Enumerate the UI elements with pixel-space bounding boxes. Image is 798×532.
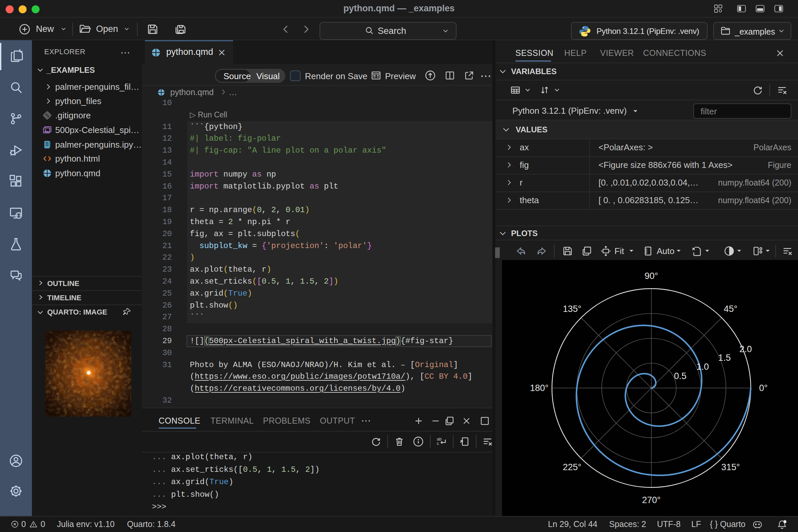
svg-text:135°: 135° <box>563 304 582 314</box>
svg-text:1.0: 1.0 <box>697 362 709 372</box>
svg-text:c: c <box>437 441 439 446</box>
svg-text:1.5: 1.5 <box>718 353 731 363</box>
svg-text:315°: 315° <box>721 462 740 472</box>
svg-text:270°: 270° <box>642 495 661 505</box>
svg-text:225°: 225° <box>563 462 582 472</box>
svg-text:0.5: 0.5 <box>674 371 687 381</box>
svg-text:0°: 0° <box>759 383 768 393</box>
svg-text:45°: 45° <box>724 304 738 314</box>
svg-text:2.0: 2.0 <box>740 344 752 354</box>
svg-text:90°: 90° <box>645 271 658 281</box>
svg-text:180°: 180° <box>530 383 549 393</box>
